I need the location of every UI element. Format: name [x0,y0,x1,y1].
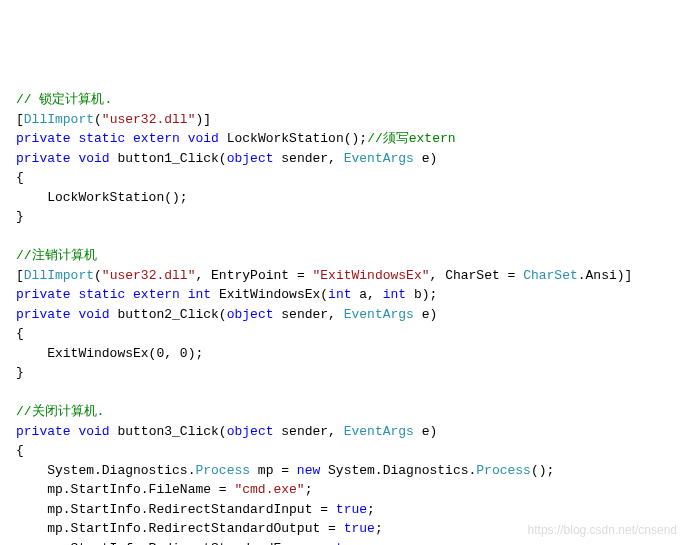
code-line: System.Diagnostics.Process mp = new Syst… [16,461,669,481]
code-token: LockWorkStation(); [16,190,188,205]
code-token: Process [476,463,531,478]
code-token: sender, [273,307,343,322]
code-token: static [78,131,125,146]
code-token: )] [195,112,211,127]
code-line: LockWorkStation(); [16,188,669,208]
code-line: private void button3_Click(object sender… [16,422,669,442]
code-token: private [16,287,71,302]
code-token [180,287,188,302]
code-token [125,287,133,302]
code-token: a, [352,287,383,302]
code-line: } [16,207,669,227]
code-token: private [16,131,71,146]
code-token: object [227,151,274,166]
code-token: [ [16,112,24,127]
code-token: //注销计算机 [16,248,97,263]
code-token: private [16,151,71,166]
code-token: e) [414,424,437,439]
watermark-text: https://blog.csdn.net/cnsend [528,521,677,539]
code-line: { [16,324,669,344]
code-line: ExitWindowsEx(0, 0); [16,344,669,364]
code-line: //关闭计算机. [16,402,669,422]
code-token: mp.StartInfo.RedirectStandardOutput = [16,521,344,536]
code-token: ; [375,521,383,536]
code-token: static [78,287,125,302]
code-token: void [78,151,109,166]
code-token: { [16,326,24,341]
code-token: true [344,521,375,536]
code-token: button1_Click( [110,151,227,166]
code-line: [DllImport("user32.dll")] [16,110,669,130]
code-line: { [16,168,669,188]
code-token: button2_Click( [110,307,227,322]
code-token: "user32.dll" [102,112,196,127]
code-token: mp.StartInfo.RedirectStandardInput = [16,502,336,517]
code-block: // 锁定计算机.[DllImport("user32.dll")]privat… [16,90,669,545]
code-line: } [16,363,669,383]
code-line: private void button1_Click(object sender… [16,149,669,169]
code-token: (); [531,463,554,478]
code-token: e) [414,151,437,166]
code-token: { [16,170,24,185]
code-token: [ [16,268,24,283]
code-token: ( [94,112,102,127]
code-token [180,131,188,146]
code-token: mp.StartInfo.RedirectStandardError = [16,541,336,546]
code-token: true [336,502,367,517]
code-token: EventArgs [344,307,414,322]
code-token: ; [367,541,375,546]
code-token: DllImport [24,112,94,127]
code-token: { [16,443,24,458]
code-token: , CharSet = [430,268,524,283]
code-token: CharSet [523,268,578,283]
code-token: private [16,424,71,439]
code-token: true [336,541,367,546]
code-line: private void button2_Click(object sender… [16,305,669,325]
code-token: ( [94,268,102,283]
code-token: void [188,131,219,146]
code-token: .Ansi)] [578,268,633,283]
code-token: "ExitWindowsEx" [313,268,430,283]
code-token: EventArgs [344,151,414,166]
code-token: button3_Click( [110,424,227,439]
code-token: System.Diagnostics. [16,463,195,478]
code-token: void [78,424,109,439]
code-token: } [16,365,24,380]
code-token: "cmd.exe" [234,482,304,497]
code-token: , EntryPoint = [195,268,312,283]
code-line: [DllImport("user32.dll", EntryPoint = "E… [16,266,669,286]
code-line: { [16,441,669,461]
code-token: private [16,307,71,322]
code-token: object [227,424,274,439]
code-line: mp.StartInfo.FileName = "cmd.exe"; [16,480,669,500]
code-token: //关闭计算机. [16,404,104,419]
code-line: // 锁定计算机. [16,90,669,110]
code-token: Process [195,463,250,478]
code-token: extern [133,131,180,146]
code-token: void [78,307,109,322]
code-line: private static extern void LockWorkStati… [16,129,669,149]
code-token: } [16,209,24,224]
code-token: "user32.dll" [102,268,196,283]
code-token: LockWorkStation(); [219,131,367,146]
code-token: sender, [273,424,343,439]
code-line: mp.StartInfo.RedirectStandardInput = tru… [16,500,669,520]
code-token: b); [406,287,437,302]
code-token: DllImport [24,268,94,283]
code-line: private static extern int ExitWindowsEx(… [16,285,669,305]
code-token: int [383,287,406,302]
code-token: new [297,463,320,478]
code-token: sender, [273,151,343,166]
code-token: mp.StartInfo.FileName = [16,482,234,497]
code-token: //须写extern [367,131,455,146]
code-token: ExitWindowsEx( [211,287,328,302]
code-token: e) [414,307,437,322]
code-token: EventArgs [344,424,414,439]
code-token: ExitWindowsEx(0, 0); [16,346,203,361]
code-token: ; [367,502,375,517]
code-line [16,227,669,247]
code-token: ; [305,482,313,497]
code-token: int [328,287,351,302]
code-line: mp.StartInfo.RedirectStandardError = tru… [16,539,669,546]
code-line: //注销计算机 [16,246,669,266]
